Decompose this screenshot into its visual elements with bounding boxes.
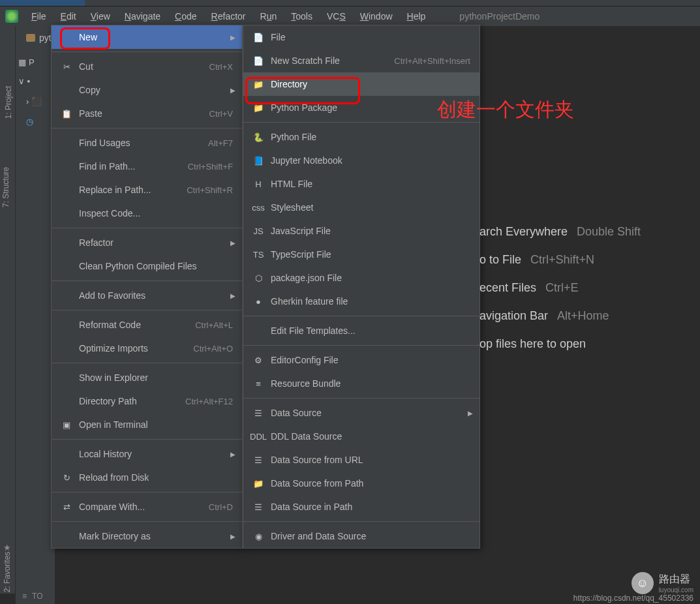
- tree-row-project[interactable]: ▦P: [18, 55, 42, 69]
- sub-item-directory[interactable]: 📁Directory: [243, 72, 479, 96]
- menu-item-label: Add to Favorites: [79, 290, 233, 301]
- ctx-item-open-in-terminal[interactable]: ▣Open in Terminal: [52, 413, 242, 436]
- sub-item-file[interactable]: 📄File: [243, 25, 479, 49]
- menu-refactor[interactable]: Refactor: [205, 8, 252, 24]
- menu-item-label: Paste: [79, 108, 196, 119]
- sub-item-jupyter-notebook[interactable]: 📘Jupyter Notebook: [243, 149, 479, 172]
- ctx-item-clean-python-compiled-files[interactable]: Clean Python Compiled Files: [52, 254, 242, 278]
- sub-item-html-file[interactable]: HHTML File: [243, 172, 479, 196]
- ctx-item-directory-path[interactable]: Directory PathCtrl+Alt+F12: [52, 389, 242, 413]
- chevron-right-icon: ▶: [230, 87, 236, 94]
- menu-file[interactable]: File: [25, 8, 53, 24]
- menu-item-label: Jupyter Notebook: [271, 155, 470, 166]
- ctx-item-copy[interactable]: Copy▶: [52, 78, 242, 102]
- tree-row-scratches[interactable]: ◷: [26, 115, 42, 128]
- hint-label: avigation Bar: [479, 309, 548, 322]
- menu-tools[interactable]: Tools: [284, 8, 319, 24]
- sub-item-stylesheet[interactable]: cssStylesheet: [243, 196, 479, 219]
- sub-item-edit-file-templates-[interactable]: Edit File Templates...: [243, 319, 479, 342]
- sub-item-resource-bundle[interactable]: ≡Resource Bundle: [243, 372, 479, 395]
- rail-favorites-label[interactable]: 2: Favorites: [3, 552, 12, 593]
- menu-item-label: Local History: [79, 449, 233, 459]
- ctx-item-mark-directory-as[interactable]: Mark Directory as▶: [52, 524, 242, 548]
- sub-item-python-file[interactable]: 🐍Python File: [243, 125, 479, 149]
- menu-shortcut: Ctrl+V: [209, 109, 233, 119]
- welcome-hints: arch EverywhereDouble Shifto to FileCtrl…: [479, 225, 641, 365]
- tree-row-child[interactable]: › ⬛: [26, 95, 42, 108]
- menu-item-icon: ☰: [252, 408, 264, 418]
- sub-item-data-source-from-url[interactable]: ☰Data Source from URL: [243, 448, 479, 472]
- menu-item-icon: 📘: [252, 156, 264, 166]
- ctx-item-show-in-explorer[interactable]: Show in Explorer: [52, 366, 242, 389]
- ctx-item-compare-with-[interactable]: ⇄Compare With...Ctrl+D: [52, 495, 242, 519]
- menu-item-label: Find Usages: [79, 138, 195, 148]
- hint-shortcut: Ctrl+Shift+N: [530, 253, 594, 266]
- ctx-item-add-to-favorites[interactable]: Add to Favorites▶: [52, 284, 242, 307]
- ctx-item-local-history[interactable]: Local History▶: [52, 442, 242, 466]
- hint-label: ecent Files: [479, 281, 536, 294]
- menu-code[interactable]: Code: [168, 8, 203, 24]
- menu-separator: [52, 52, 242, 52]
- chevron-right-icon: ▶: [230, 34, 236, 41]
- ctx-item-paste[interactable]: 📋PasteCtrl+V: [52, 102, 242, 125]
- ctx-item-replace-in-path-[interactable]: Replace in Path...Ctrl+Shift+R: [52, 178, 242, 202]
- menu-item-label: Edit File Templates...: [271, 325, 470, 336]
- menu-run[interactable]: Run: [254, 8, 284, 24]
- ctx-item-inspect-code-[interactable]: Inspect Code...: [52, 202, 242, 225]
- menu-item-icon: ↻: [61, 473, 72, 483]
- sub-item-javascript-file[interactable]: JSJavaScript File: [243, 219, 479, 243]
- sub-item-new-scratch-file[interactable]: 📄New Scratch FileCtrl+Alt+Shift+Insert: [243, 49, 479, 72]
- ctx-item-cut[interactable]: ✂CutCtrl+X: [52, 55, 242, 78]
- sub-item-data-source-from-path[interactable]: 📁Data Source from Path: [243, 472, 479, 495]
- menu-item-label: Replace in Path...: [79, 185, 174, 195]
- ctx-item-find-in-path-[interactable]: Find in Path...Ctrl+Shift+F: [52, 155, 242, 178]
- title-bar: [0, 0, 700, 7]
- sub-item-data-source[interactable]: ☰Data Source▶: [243, 401, 479, 425]
- sub-item-editorconfig-file[interactable]: ⚙EditorConfig File: [243, 348, 479, 372]
- menu-item-label: Mark Directory as: [79, 531, 233, 541]
- ctx-item-reformat-code[interactable]: Reformat CodeCtrl+Alt+L: [52, 313, 242, 337]
- ctx-item-refactor[interactable]: Refactor▶: [52, 231, 242, 254]
- ctx-item-new[interactable]: New▶: [52, 25, 242, 49]
- welcome-hint: arch EverywhereDouble Shift: [479, 225, 641, 239]
- sub-item-package-json-file[interactable]: ⬡package.json File: [243, 266, 479, 290]
- welcome-hint: op files here to open: [479, 337, 641, 351]
- menu-item-label: Clean Python Compiled Files: [79, 261, 233, 271]
- menu-shortcut: Ctrl+Alt+Shift+Insert: [394, 56, 470, 66]
- menu-shortcut: Ctrl+D: [209, 502, 233, 512]
- sub-item-data-source-in-path[interactable]: ☰Data Source in Path: [243, 495, 479, 519]
- sub-item-typescript-file[interactable]: TSTypeScript File: [243, 243, 479, 266]
- menu-item-label: Open in Terminal: [79, 419, 233, 430]
- menu-vcs[interactable]: VCS: [320, 8, 352, 24]
- sub-item-ddl-data-source[interactable]: DDLDDL Data Source: [243, 425, 479, 448]
- menu-item-label: Directory: [271, 79, 470, 89]
- chevron-right-icon: ▶: [230, 239, 236, 247]
- menu-view[interactable]: View: [84, 8, 117, 24]
- tree-row-expand[interactable]: ∨ ▪: [18, 74, 42, 88]
- menu-item-label: Copy: [79, 85, 233, 95]
- sub-item-gherkin-feature-file[interactable]: ●Gherkin feature file: [243, 290, 479, 313]
- menu-item-label: Data Source from Path: [271, 478, 470, 489]
- menu-item-icon: TS: [252, 250, 264, 260]
- menu-separator: [52, 228, 242, 228]
- menu-item-label: Driver and Data Source: [271, 531, 470, 541]
- rail-project-label[interactable]: 1: Project: [4, 86, 13, 119]
- menu-shortcut: Alt+F7: [208, 138, 233, 148]
- menu-help[interactable]: Help: [401, 8, 433, 24]
- sub-item-driver-and-data-source[interactable]: ◉Driver and Data Source: [243, 524, 479, 548]
- menu-shortcut: Ctrl+X: [209, 62, 233, 72]
- menu-separator: [243, 316, 479, 316]
- menu-item-label: Show in Explorer: [79, 372, 233, 383]
- ctx-item-find-usages[interactable]: Find UsagesAlt+F7: [52, 131, 242, 155]
- menu-item-icon: ●: [252, 297, 264, 307]
- ctx-item-optimize-imports[interactable]: Optimize ImportsCtrl+Alt+O: [52, 337, 242, 360]
- project-tree[interactable]: ▦P ∨ ▪ › ⬛ ◷: [18, 55, 42, 128]
- menu-item-label: Compare With...: [79, 502, 196, 512]
- menu-window[interactable]: Window: [354, 8, 399, 24]
- rail-structure-label[interactable]: 7: Structure: [1, 167, 10, 207]
- menu-edit[interactable]: Edit: [54, 8, 83, 24]
- menu-separator: [52, 521, 242, 522]
- ctx-item-reload-from-disk[interactable]: ↻Reload from Disk: [52, 466, 242, 489]
- menu-shortcut: Ctrl+Shift+F: [188, 162, 233, 172]
- menu-navigate[interactable]: Navigate: [118, 8, 167, 24]
